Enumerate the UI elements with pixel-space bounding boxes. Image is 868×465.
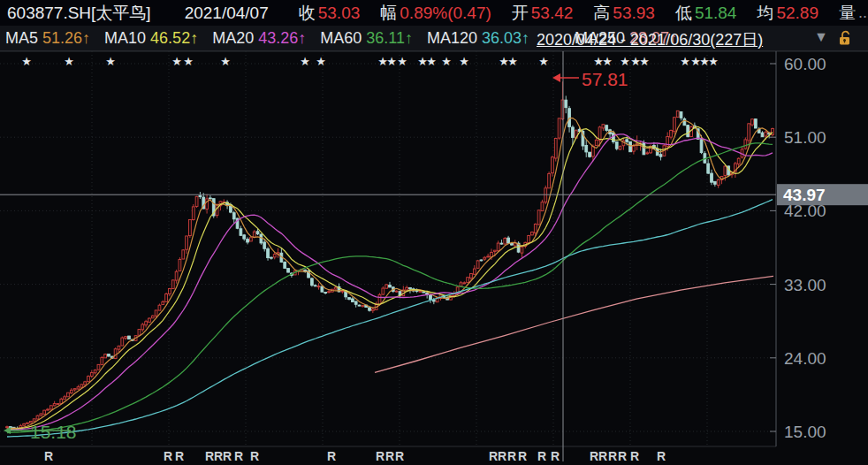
event-marker[interactable]: R [537,449,546,463]
candle-body [108,354,110,357]
plot-area[interactable] [6,81,774,437]
quote-field-低: 低51.84 [675,2,737,25]
candle-body [737,158,740,164]
event-marker[interactable]: R [507,449,516,463]
candle-body [395,291,398,292]
star-icon[interactable]: ★ [602,55,613,68]
event-marker[interactable]: R [214,449,223,463]
event-marker[interactable]: R [608,449,617,463]
candle-body [260,234,263,243]
candle-body [158,305,161,310]
candle-body [348,298,351,300]
ma-value: 51.26↑ [42,29,90,47]
star-icon[interactable]: ★ [680,55,690,68]
candle-body [175,271,178,280]
star-icon[interactable]: ★ [316,55,326,68]
candle-body [541,202,544,211]
candle-body [676,111,679,117]
candle-body [554,138,557,158]
star-icon[interactable]: ★ [708,55,719,68]
ma10-legend[interactable]: MA10 46.52↑ [104,29,198,48]
event-marker[interactable]: R [205,449,214,463]
star-icon[interactable]: ★ [639,55,650,68]
star-icon[interactable]: ★ [220,55,231,68]
event-marker[interactable]: R [551,449,560,463]
star-icon[interactable]: ★ [64,55,74,68]
star-icon[interactable]: ★ [183,55,194,68]
event-marker[interactable]: R [234,449,243,463]
star-icon[interactable]: ★ [538,55,549,68]
candle-body [23,423,26,425]
event-marker[interactable]: R [489,449,498,463]
event-marker[interactable]: R [164,449,172,463]
candle-body [507,238,510,243]
candle-body [483,257,486,259]
quote-field-value: 53.93 [613,4,655,22]
star-icon[interactable]: ★ [426,55,437,68]
candle-body [182,250,185,259]
star-icon[interactable]: ★ [459,55,469,68]
event-marker[interactable]: R [657,449,666,463]
event-marker[interactable]: R [395,449,404,463]
candle-body [267,248,270,257]
event-marker[interactable]: R [598,449,607,463]
star-icon[interactable]: ★ [300,55,310,68]
event-marker[interactable]: R [223,449,232,463]
star-icon[interactable]: ★ [171,55,182,68]
candle-body [192,207,194,220]
date-range-selector[interactable]: 2020/04/24 - 2021/06/30(227日) [537,29,763,50]
star-icon[interactable]: ★ [507,55,518,68]
event-stars[interactable]: ★★★★★★★★★★★★★★★★★★★★★★★★★★★ [21,55,719,68]
star-icon[interactable]: ★ [386,55,397,68]
candle-body [314,286,316,286]
candle-body [371,309,374,311]
event-marker[interactable]: R [175,449,184,463]
star-icon[interactable]: ★ [397,55,407,68]
event-marker[interactable]: R [385,449,394,463]
candle-body [700,140,703,153]
star-icon[interactable]: ★ [441,55,452,68]
ma60-legend[interactable]: MA60 36.11↑ [320,29,413,48]
candles[interactable] [6,81,774,431]
event-marker[interactable]: R [630,449,639,463]
quote-bar: 603877.SH[太平鸟] 2021/04/07 收53.03幅0.89%(0… [0,0,868,26]
ma20-legend[interactable]: MA20 43.26↑ [212,29,306,48]
overflow-ellipsis[interactable]: ... [858,4,868,22]
event-marker[interactable]: R [498,449,506,463]
candle-body [528,235,530,242]
candle-body [558,118,560,138]
candle-body [585,145,588,151]
candle-body [114,349,117,359]
star-icon[interactable]: ★ [620,55,630,68]
star-icon[interactable]: ★ [105,55,116,68]
event-marker-row[interactable]: RRRRRRRRRRRRRRRRRRRRRRRR [44,449,666,463]
quote-field-label: 量 [839,4,856,22]
candle-body [552,157,554,173]
event-marker[interactable]: R [250,449,259,463]
candle-body [73,389,76,390]
event-marker[interactable]: R [590,449,598,463]
candlestick-chart[interactable]: 60.0051.0042.0033.0024.0015.0043.9757.81… [0,0,868,465]
candle-body [521,247,523,253]
event-marker[interactable]: R [376,449,385,463]
candle-body [151,316,154,318]
ma-value: 36.11↑ [366,29,413,47]
candle-body [104,354,107,358]
event-marker[interactable]: R [327,449,336,463]
ma120-legend[interactable]: MA120 36.03↑ [427,29,529,48]
chevron-down-icon[interactable]: ▼ [814,29,828,45]
candle-body [565,100,567,107]
unlock-icon[interactable] [838,30,852,46]
candle-body [6,427,9,428]
candle-body [162,301,164,304]
event-marker[interactable]: R [44,449,53,463]
ma5-legend[interactable]: MA5 51.26↑ [5,29,90,48]
event-marker[interactable]: R [518,449,527,463]
candle-body [33,419,35,421]
candle-body [171,280,174,289]
stock-symbol[interactable]: 603877.SH[太平鸟] [7,2,151,25]
event-marker[interactable]: R [618,449,627,463]
ma120-line [7,200,773,437]
candle-body [713,181,716,184]
star-icon[interactable]: ★ [21,55,32,68]
